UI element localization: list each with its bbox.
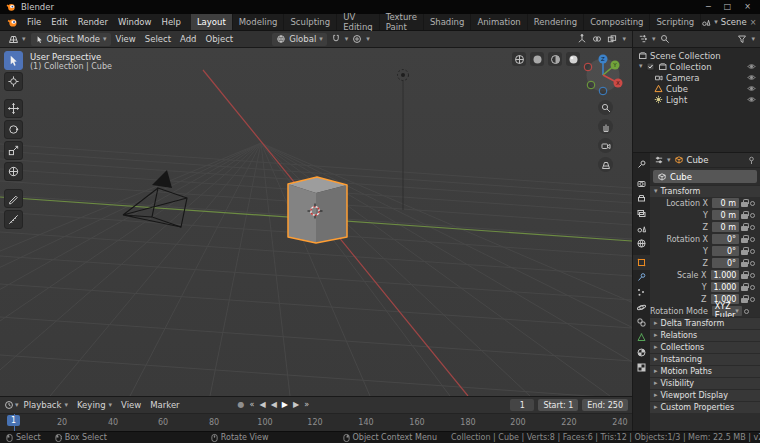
tab-physics[interactable]	[633, 300, 650, 315]
visibility-eye-icon[interactable]	[747, 62, 756, 71]
show-gizmo-toggle[interactable]	[577, 34, 587, 44]
tab-view-layer[interactable]	[633, 206, 650, 221]
rotate-tool[interactable]	[4, 120, 23, 139]
collection-checkbox[interactable]	[646, 62, 655, 71]
animate-dot-icon[interactable]	[750, 285, 755, 290]
animate-dot-icon[interactable]	[750, 201, 755, 206]
disclosure-icon[interactable]: ▾	[639, 63, 643, 70]
workspace-tab-shading[interactable]: Shading	[424, 14, 472, 30]
menu-3d-view[interactable]: View	[112, 34, 140, 44]
section-relations[interactable]: ▸Relations	[650, 329, 760, 341]
scale-x-field[interactable]: 1.000	[711, 270, 740, 280]
scale-y-field[interactable]: 1.000	[711, 282, 740, 292]
timeline-editor-icon[interactable]	[4, 400, 14, 410]
tab-material[interactable]	[633, 345, 650, 360]
workspace-tab-scripting[interactable]: Scripting	[650, 14, 701, 30]
menu-window[interactable]: Window	[113, 17, 157, 27]
outliner-type-dropdown-icon[interactable]: ▾	[652, 36, 656, 43]
workspace-tab-sculpting[interactable]: Sculpting	[284, 14, 337, 30]
tab-world[interactable]	[633, 236, 650, 251]
scene-unlink-button[interactable]: ×	[750, 18, 757, 27]
location-z-field[interactable]: 0 m	[712, 222, 739, 232]
transform-tool[interactable]	[4, 162, 23, 181]
measure-tool[interactable]	[4, 210, 23, 229]
lock-icon[interactable]	[741, 211, 748, 219]
section-custom-properties[interactable]: ▸Custom Properties	[650, 401, 760, 413]
zoom-button[interactable]	[598, 100, 613, 115]
editor-type-button[interactable]: ▾	[4, 34, 30, 45]
animate-dot-icon[interactable]	[750, 249, 755, 254]
outliner-row-camera[interactable]: Camera	[633, 72, 760, 83]
workspace-tab-animation[interactable]: Animation	[471, 14, 527, 30]
timeline-type-dropdown-icon[interactable]: ▾	[15, 402, 19, 409]
frame-end-field[interactable]: End: 250	[582, 399, 628, 411]
animate-dot-icon[interactable]	[750, 297, 755, 302]
cursor-tool[interactable]	[4, 72, 23, 91]
menu-file[interactable]: File	[22, 17, 46, 27]
tab-object-data[interactable]	[633, 330, 650, 345]
lock-icon[interactable]	[741, 235, 748, 243]
cube-right-face[interactable]	[316, 185, 347, 243]
light-object[interactable]	[398, 70, 409, 211]
scene-canvas[interactable]	[0, 48, 632, 396]
play-button[interactable]: ▶	[281, 401, 289, 409]
menu-edit[interactable]: Edit	[46, 17, 72, 27]
scale-tool[interactable]	[4, 141, 23, 160]
search-icon[interactable]	[660, 34, 670, 44]
pan-button[interactable]	[598, 119, 613, 134]
menu-timeline-view[interactable]: View	[117, 400, 145, 410]
gizmo-x-neg-axis[interactable]	[584, 63, 592, 71]
shading-rendered-button[interactable]	[566, 52, 580, 66]
prev-keyframe-button[interactable]: ◀	[259, 401, 267, 409]
auto-key-toggle[interactable]: ●	[237, 401, 246, 409]
menu-3d-add[interactable]: Add	[176, 34, 200, 44]
lock-icon[interactable]	[741, 271, 748, 279]
filter-button[interactable]	[737, 34, 747, 44]
outliner-row-scene-collection[interactable]: Scene Collection	[633, 50, 760, 61]
lock-icon[interactable]	[741, 259, 748, 267]
rotation-y-field[interactable]: 0°	[712, 246, 739, 256]
playhead-badge[interactable]: 1	[7, 415, 20, 426]
lock-icon[interactable]	[741, 283, 748, 291]
tab-tool[interactable]	[633, 157, 650, 172]
proportional-editing-toggle[interactable]	[352, 34, 362, 44]
menu-render[interactable]: Render	[73, 17, 113, 27]
workspace-tab-uv-editing[interactable]: UV Editing	[337, 14, 380, 30]
lock-icon[interactable]	[741, 199, 748, 207]
rotation-x-field[interactable]: 0°	[712, 234, 739, 244]
outliner-editor-icon[interactable]	[638, 34, 648, 44]
visibility-eye-icon[interactable]	[747, 95, 756, 104]
proportional-dropdown-icon[interactable]: ▾	[366, 36, 370, 43]
outliner-row-light[interactable]: Light	[633, 94, 760, 105]
menu-3d-object[interactable]: Object	[201, 34, 237, 44]
workspace-tab-texture-paint[interactable]: Texture Paint	[380, 14, 424, 30]
section-viewport-display[interactable]: ▸Viewport Display	[650, 389, 760, 401]
workspace-tab-layout[interactable]: Layout	[191, 14, 233, 30]
orientation-dropdown[interactable]: Global ▾	[272, 33, 327, 46]
shading-material-button[interactable]	[548, 52, 562, 66]
section-visibility[interactable]: ▸Visibility	[650, 377, 760, 389]
play-reverse-button[interactable]: ◀	[270, 401, 278, 409]
perspective-toggle-button[interactable]	[598, 157, 613, 172]
outliner-row-cube[interactable]: Cube	[633, 83, 760, 94]
current-frame-field[interactable]: 1	[510, 399, 534, 411]
gizmo-z-neg-axis[interactable]	[599, 87, 607, 95]
tab-texture[interactable]	[633, 360, 650, 375]
tab-constraints[interactable]	[633, 315, 650, 330]
pin-icon[interactable]	[747, 156, 756, 165]
scene-selector[interactable]: ▾ Scene ×	[701, 17, 756, 27]
visibility-eye-icon[interactable]	[747, 84, 756, 93]
animate-dot-icon[interactable]	[750, 261, 755, 266]
workspace-tab-modeling[interactable]: Modeling	[233, 14, 285, 30]
shading-solid-button[interactable]	[530, 52, 544, 66]
menu-help[interactable]: Help	[156, 17, 185, 27]
jump-end-button[interactable]: »	[303, 401, 310, 409]
lock-icon[interactable]	[741, 247, 748, 255]
snap-dropdown-icon[interactable]: ▾	[345, 36, 349, 43]
rotation-z-field[interactable]: 0°	[712, 258, 739, 268]
lock-icon[interactable]	[741, 295, 748, 303]
jump-start-button[interactable]: «	[249, 401, 256, 409]
cube-object[interactable]	[288, 177, 347, 243]
properties-type-dropdown-icon[interactable]: ▾	[667, 157, 671, 164]
show-overlays-toggle[interactable]	[592, 34, 602, 44]
